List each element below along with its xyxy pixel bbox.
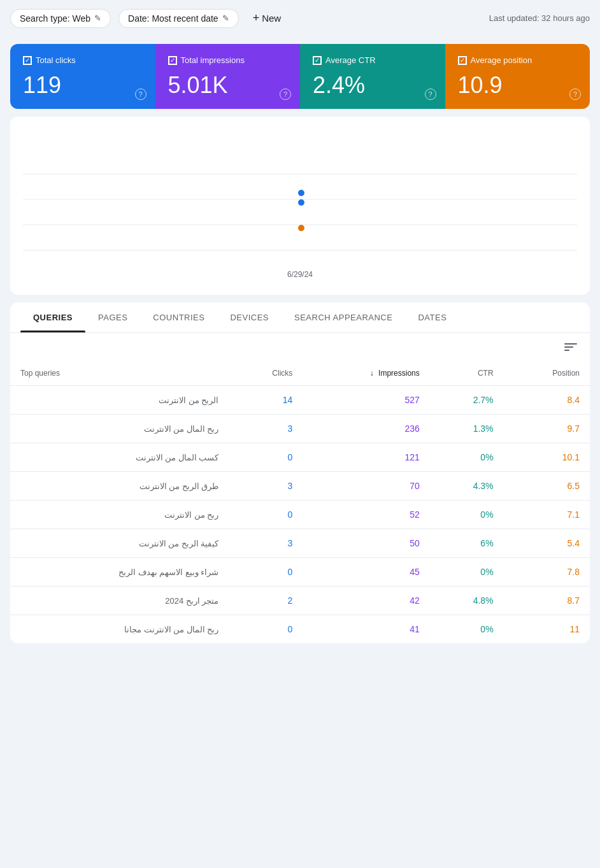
col-header-query: Top queries	[10, 361, 229, 386]
table-row[interactable]: شراء وبيع الاسهم بهدف الربح 0 45 0% 7.8	[10, 558, 590, 587]
metric-label-position: ✓ Average position	[458, 55, 578, 65]
table-row[interactable]: كيفية الربح من الانترنت 3 50 6% 5.4	[10, 529, 590, 558]
filter-line-2	[564, 346, 573, 348]
table-row[interactable]: ربح المال من الانترنت مجانا 0 41 0% 11	[10, 615, 590, 644]
cell-impressions-2: 121	[303, 443, 429, 472]
table-row[interactable]: متجر اربح 2024 2 42 4.8% 8.7	[10, 587, 590, 615]
metric-help-clicks[interactable]: ?	[135, 89, 146, 100]
last-updated-text: Last updated: 32 hours ago	[489, 13, 590, 23]
metric-label-text-ctr: Average CTR	[325, 55, 376, 65]
sort-arrow-icon: ↓	[370, 369, 374, 378]
metric-checkbox-clicks[interactable]: ✓	[23, 56, 32, 65]
cell-ctr-4: 0%	[430, 501, 504, 529]
cell-clicks-4: 0	[229, 501, 303, 529]
cell-position-7: 8.7	[504, 587, 590, 615]
new-label: New	[262, 13, 281, 24]
cell-ctr-0: 2.7%	[430, 386, 504, 415]
filter-bar	[10, 333, 590, 361]
cell-position-8: 11	[504, 615, 590, 644]
metric-value-clicks: 119	[23, 71, 143, 99]
cell-clicks-1: 3	[229, 415, 303, 443]
tab-pages[interactable]: PAGES	[85, 302, 140, 332]
metric-card-impressions: ✓ Total impressions 5.01K ?	[155, 44, 301, 109]
filter-line-1	[564, 343, 577, 345]
metric-value-ctr: 2.4%	[313, 71, 432, 99]
col-header-clicks[interactable]: Clicks	[229, 361, 303, 386]
cell-query-0: الربح من الانترنت	[10, 386, 229, 415]
cell-query-2: كسب المال من الانترنت	[10, 443, 229, 472]
table-row[interactable]: ربح من الانترنت 0 52 0% 7.1	[10, 501, 590, 529]
cell-clicks-2: 0	[229, 443, 303, 472]
table-row[interactable]: طرق الربح من الانترنت 3 70 4.3% 6.5	[10, 472, 590, 501]
tab-queries[interactable]: QUERIES	[20, 302, 85, 332]
metric-card-position: ✓ Average position 10.9 ?	[445, 44, 590, 109]
cell-ctr-1: 1.3%	[430, 415, 504, 443]
cell-position-2: 10.1	[504, 443, 590, 472]
metric-card-ctr: ✓ Average CTR 2.4% ?	[300, 44, 445, 109]
metric-checkbox-ctr[interactable]: ✓	[313, 56, 322, 65]
cell-ctr-6: 0%	[430, 558, 504, 587]
cell-query-8: ربح المال من الانترنت مجانا	[10, 615, 229, 644]
metric-label-text-position: Average position	[471, 55, 532, 65]
metric-checkbox-impressions[interactable]: ✓	[168, 56, 177, 65]
cell-impressions-1: 236	[303, 415, 429, 443]
cell-clicks-8: 0	[229, 615, 303, 644]
date-pill[interactable]: Date: Most recent date ✎	[118, 9, 239, 28]
search-type-edit-icon: ✎	[94, 13, 101, 23]
table-header-row: Top queries Clicks ↓ Impressions CTR Pos…	[10, 361, 590, 386]
col-header-ctr[interactable]: CTR	[430, 361, 504, 386]
top-bar: Search type: Web ✎ Date: Most recent dat…	[0, 0, 600, 36]
cell-position-5: 5.4	[504, 529, 590, 558]
chart-svg	[23, 136, 577, 263]
cell-query-7: متجر اربح 2024	[10, 587, 229, 615]
metric-label-ctr: ✓ Average CTR	[313, 55, 432, 65]
metric-help-impressions[interactable]: ?	[280, 89, 291, 100]
col-header-position[interactable]: Position	[504, 361, 590, 386]
search-type-pill[interactable]: Search type: Web ✎	[10, 9, 111, 28]
col-header-impressions[interactable]: ↓ Impressions	[303, 361, 429, 386]
metric-checkbox-position[interactable]: ✓	[458, 56, 467, 65]
cell-ctr-8: 0%	[430, 615, 504, 644]
cell-ctr-5: 6%	[430, 529, 504, 558]
metric-value-impressions: 5.01K	[168, 71, 288, 99]
cell-position-6: 7.8	[504, 558, 590, 587]
metric-label-text-impressions: Total impressions	[181, 55, 245, 65]
cell-impressions-8: 41	[303, 615, 429, 644]
search-type-label: Search type: Web	[20, 13, 90, 24]
tabs-bar: QUERIES PAGES COUNTRIES DEVICES SEARCH A…	[10, 302, 590, 333]
svg-point-5	[298, 199, 304, 206]
cell-position-0: 8.4	[504, 386, 590, 415]
metric-label-text-clicks: Total clicks	[36, 55, 76, 65]
cell-query-4: ربح من الانترنت	[10, 501, 229, 529]
cell-clicks-3: 3	[229, 472, 303, 501]
cell-impressions-6: 45	[303, 558, 429, 587]
cell-clicks-5: 3	[229, 529, 303, 558]
metric-help-ctr[interactable]: ?	[425, 89, 436, 100]
table-row[interactable]: ربح المال من الانترنت 3 236 1.3% 9.7	[10, 415, 590, 443]
date-label: Date: Most recent date	[128, 13, 218, 24]
metric-card-clicks: ✓ Total clicks 119 ?	[10, 44, 155, 109]
tab-search-appearance[interactable]: SEARCH APPEARANCE	[282, 302, 405, 332]
metric-help-position[interactable]: ?	[569, 89, 581, 100]
chart-date-label: 6/29/24	[287, 270, 313, 279]
tab-dates[interactable]: DATES	[405, 302, 459, 332]
cell-ctr-2: 0%	[430, 443, 504, 472]
filter-line-3	[564, 350, 569, 351]
metric-label-clicks: ✓ Total clicks	[23, 55, 143, 65]
table-row[interactable]: كسب المال من الانترنت 0 121 0% 10.1	[10, 443, 590, 472]
table-row[interactable]: الربح من الانترنت 14 527 2.7% 8.4	[10, 386, 590, 415]
svg-point-4	[298, 190, 304, 196]
cell-impressions-4: 52	[303, 501, 429, 529]
chart-placeholder: 6/29/24	[23, 136, 577, 276]
tab-devices[interactable]: DEVICES	[217, 302, 282, 332]
metric-value-position: 10.9	[458, 71, 578, 99]
new-button[interactable]: + New	[246, 8, 288, 29]
filter-icon[interactable]	[562, 341, 580, 353]
date-edit-icon: ✎	[222, 13, 229, 23]
cell-clicks-6: 0	[229, 558, 303, 587]
cell-impressions-0: 527	[303, 386, 429, 415]
chart-area: 6/29/24	[10, 117, 590, 295]
cell-position-1: 9.7	[504, 415, 590, 443]
tab-countries[interactable]: COUNTRIES	[140, 302, 217, 332]
metric-label-impressions: ✓ Total impressions	[168, 55, 288, 65]
